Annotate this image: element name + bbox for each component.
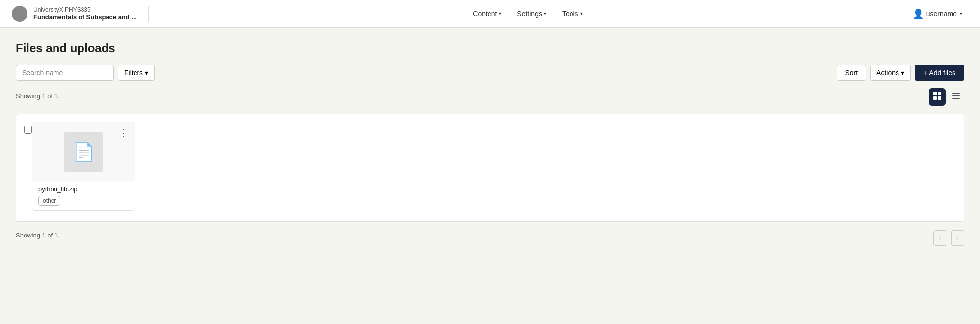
svg-rect-3	[938, 96, 941, 100]
tools-chevron-icon: ▾	[580, 11, 583, 16]
page-header: Files and uploads	[0, 28, 980, 65]
filters-label: Filters	[124, 69, 143, 77]
file-context-menu-button[interactable]: ⋮	[116, 126, 131, 139]
svg-rect-0	[933, 92, 937, 95]
user-icon: 👤	[913, 8, 924, 19]
list-icon	[952, 91, 960, 100]
svg-rect-1	[938, 92, 941, 95]
prev-icon: ‹	[939, 234, 941, 242]
nav-item-content[interactable]: Content ▾	[467, 7, 507, 21]
user-menu[interactable]: 👤 username ▾	[907, 5, 968, 22]
file-item-wrapper: ⋮ 📄 python_lib.zip other	[24, 122, 135, 213]
nav-tools-label: Tools	[562, 10, 578, 18]
sort-label: Sort	[845, 69, 858, 77]
svg-rect-5	[952, 95, 960, 96]
filters-button[interactable]: Filters ▾	[118, 65, 155, 81]
username-label: username	[926, 10, 957, 18]
showing-text-bottom: Showing 1 of 1.	[16, 232, 60, 239]
main-content: Showing 1 of 1.	[0, 88, 980, 222]
nav-content-label: Content	[473, 10, 497, 18]
search-input[interactable]	[16, 65, 114, 81]
brand-avatar	[12, 6, 27, 22]
view-controls	[929, 88, 964, 106]
file-checkbox[interactable]	[24, 126, 32, 134]
content-chevron-icon: ▾	[499, 11, 501, 16]
toolbar: Filters ▾ Sort Actions ▾ + Add files	[0, 65, 980, 88]
page-title: Files and uploads	[16, 41, 964, 55]
next-page-button[interactable]: ›	[951, 230, 964, 246]
svg-rect-2	[933, 96, 937, 100]
settings-chevron-icon: ▾	[544, 11, 546, 16]
grid-icon	[933, 91, 942, 100]
showing-text-top: Showing 1 of 1.	[16, 92, 60, 100]
user-chevron-icon: ▾	[960, 11, 962, 16]
file-card: ⋮ 📄 python_lib.zip other	[32, 122, 135, 211]
add-files-button[interactable]: + Add files	[915, 65, 964, 81]
navbar-brand[interactable]: UniversityX PHYS835 Fundamentals of Subs…	[12, 6, 149, 22]
svg-rect-4	[952, 93, 960, 94]
next-icon: ›	[956, 234, 959, 242]
grid-view-button[interactable]	[929, 88, 946, 106]
prev-page-button[interactable]: ‹	[933, 230, 947, 246]
brand-text: UniversityX PHYS835 Fundamentals of Subs…	[33, 6, 136, 21]
file-icon-wrap: 📄	[64, 132, 103, 172]
file-name: python_lib.zip	[38, 185, 129, 193]
actions-chevron-icon: ▾	[901, 69, 904, 77]
actions-label: Actions	[876, 69, 899, 77]
nav-item-tools[interactable]: Tools ▾	[556, 7, 589, 21]
navbar-center: Content ▾ Settings ▾ Tools ▾	[149, 7, 907, 21]
nav-item-settings[interactable]: Settings ▾	[511, 7, 552, 21]
svg-rect-6	[952, 98, 960, 99]
pagination: ‹ ›	[933, 230, 964, 246]
file-document-icon: 📄	[73, 142, 95, 162]
add-files-label: + Add files	[924, 69, 955, 77]
nav-settings-label: Settings	[517, 10, 542, 18]
files-grid: ⋮ 📄 python_lib.zip other	[16, 114, 964, 222]
file-tag: other	[38, 196, 60, 206]
bottom-bar: Showing 1 of 1. ‹ ›	[0, 222, 980, 254]
file-info: python_lib.zip other	[32, 181, 135, 210]
filters-chevron-icon: ▾	[145, 69, 148, 77]
navbar: UniversityX PHYS835 Fundamentals of Subs…	[0, 0, 980, 28]
actions-button[interactable]: Actions ▾	[870, 65, 911, 81]
sort-button[interactable]: Sort	[837, 65, 866, 81]
brand-course-title: Fundamentals of Subspace and ...	[33, 13, 136, 21]
brand-course-code: UniversityX PHYS835	[33, 6, 136, 13]
list-view-button[interactable]	[948, 88, 964, 106]
